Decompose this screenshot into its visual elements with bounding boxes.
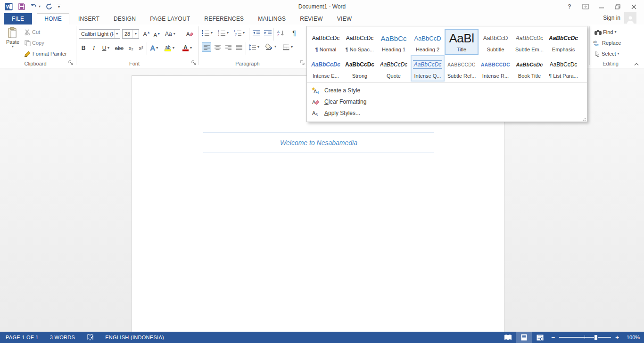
zoom-slider-thumb[interactable] (594, 335, 598, 340)
create-a-style-menu-item[interactable]: A4 Create a Style (307, 85, 587, 96)
numbering-button[interactable]: 123 ▾ (218, 28, 229, 38)
minimize-button[interactable] (597, 3, 606, 10)
tab-insert[interactable]: INSERT (71, 14, 107, 24)
style-item-intense-reference[interactable]: AABBCCDCIntense R... (479, 55, 512, 82)
ribbon-display-options-button[interactable] (581, 3, 590, 10)
apply-styles-menu-item[interactable]: A4 Apply Styles... (307, 107, 587, 119)
find-button[interactable]: Find▾ (594, 27, 616, 37)
tab-mailings[interactable]: MAILINGS (251, 14, 293, 24)
clear-formatting-menu-item[interactable]: A Clear Formatting (307, 96, 587, 107)
style-item-normal[interactable]: AaBbCcDc¶ Normal (309, 29, 343, 55)
multilevel-list-button[interactable]: 1ai ▾ (234, 28, 245, 38)
change-case-button[interactable]: Aa▾ (165, 29, 175, 39)
font-color-button[interactable]: A ▾ (182, 43, 192, 53)
style-item-heading-1[interactable]: AaBbCcHeading 1 (377, 29, 411, 55)
style-item-subtle-emphasis[interactable]: AaBbCcDcSubtle Em... (512, 29, 546, 55)
tab-references[interactable]: REFERENCES (197, 14, 251, 24)
replace-button[interactable]: abac Replace (593, 38, 621, 48)
restore-button[interactable] (613, 3, 622, 10)
align-center-button[interactable] (213, 42, 222, 52)
clipboard-dialog-launcher[interactable] (68, 60, 74, 66)
borders-icon (283, 44, 289, 50)
font-dialog-launcher[interactable] (191, 60, 197, 66)
justify-button[interactable] (234, 42, 244, 52)
language-indicator[interactable]: ENGLISH (INDONESIA) (99, 332, 170, 343)
tab-page-layout[interactable]: PAGE LAYOUT (143, 14, 197, 24)
subscript-button[interactable]: x₂ (126, 43, 136, 53)
multilevel-list-icon: 1ai (234, 30, 241, 36)
superscript-button[interactable]: x² (136, 43, 146, 53)
paste-dropdown-caret[interactable]: ▾ (12, 45, 14, 49)
format-painter-button[interactable]: Format Painter (25, 49, 67, 58)
bullets-icon (202, 30, 209, 36)
style-item-subtitle[interactable]: AaBbCcDSubtitle (479, 29, 512, 55)
bullets-button[interactable]: ▾ (202, 28, 213, 38)
shading-button[interactable]: ▾ (265, 42, 276, 51)
style-item-book-title[interactable]: AaBbCcDcBook Title (512, 55, 546, 82)
align-left-button[interactable] (202, 42, 211, 52)
bold-button[interactable]: B (79, 43, 88, 53)
style-item-quote[interactable]: AaBbCcDcQuote (377, 55, 411, 82)
zoom-slider[interactable] (559, 337, 611, 338)
read-mode-button[interactable] (500, 332, 516, 343)
style-item-emphasis[interactable]: AaBbCcDcEmphasis (546, 29, 580, 55)
find-dropdown-caret[interactable]: ▾ (614, 30, 616, 34)
paste-button[interactable]: Paste ▾ (4, 27, 22, 49)
show-hide-pilcrow-button[interactable]: ¶ (289, 28, 299, 38)
align-right-button[interactable] (223, 42, 233, 52)
increase-indent-button[interactable] (263, 28, 272, 38)
svg-text:A: A (312, 99, 316, 105)
borders-button[interactable]: ▾ (283, 42, 293, 52)
text-effects-button[interactable]: A▾ (150, 43, 158, 53)
clear-formatting-icon: A (312, 98, 320, 106)
line-spacing-button[interactable]: ▾ (248, 42, 259, 52)
sign-in-link[interactable]: Sign in (603, 15, 620, 21)
zoom-out-button[interactable]: − (548, 334, 558, 341)
grow-font-button[interactable]: A▲ (142, 29, 151, 39)
paragraph-dialog-launcher[interactable] (300, 60, 305, 66)
close-button[interactable] (629, 3, 638, 10)
select-button[interactable]: Select▾ (595, 49, 619, 58)
highlight-color-button[interactable]: ab ▾ (165, 43, 174, 53)
tab-view[interactable]: VIEW (330, 14, 359, 24)
cut-button[interactable]: Cut (25, 27, 40, 37)
copy-button[interactable]: Copy (25, 38, 44, 48)
word-count[interactable]: 3 WORDS (44, 332, 81, 343)
panel-resize-grip[interactable] (582, 117, 586, 121)
style-item-intense-quote[interactable]: AaBbCcDcIntense Q... (411, 55, 445, 82)
font-name-combo[interactable]: Calibri Light (H ▾ (79, 29, 120, 39)
italic-button[interactable]: I (89, 43, 99, 53)
style-item-intense-emphasis[interactable]: AaBbCcDcIntense E... (309, 55, 343, 82)
svg-text:ab: ab (593, 40, 597, 43)
tab-review[interactable]: REVIEW (293, 14, 330, 24)
font-size-dropdown-caret[interactable]: ▾ (132, 30, 139, 38)
page-indicator[interactable]: PAGE 1 OF 1 (0, 332, 44, 343)
style-item-no-spacing[interactable]: AaBbCcDc¶ No Spac... (343, 29, 377, 55)
font-name-dropdown-caret[interactable]: ▾ (114, 30, 120, 38)
zoom-level[interactable]: 100% (622, 335, 644, 340)
print-layout-button[interactable] (516, 332, 532, 343)
avatar[interactable] (624, 12, 636, 24)
strikethrough-button[interactable]: abe (113, 43, 125, 53)
web-layout-button[interactable] (532, 332, 548, 343)
style-item-list-paragraph[interactable]: AaBbCcDc¶ List Para... (546, 55, 580, 82)
style-item-strong[interactable]: AaBbCcDcStrong (343, 55, 377, 82)
select-dropdown-caret[interactable]: ▾ (618, 52, 619, 56)
font-size-combo[interactable]: 28 ▾ (122, 29, 139, 39)
proofing-status[interactable] (81, 332, 99, 343)
clear-formatting-button[interactable]: A (185, 29, 194, 39)
shrink-font-button[interactable]: A▼ (152, 30, 162, 40)
style-item-subtle-reference[interactable]: AABBCCDCSubtle Ref... (445, 55, 479, 82)
document-text[interactable]: Welcome to Nesabamedia (203, 132, 434, 153)
tab-file[interactable]: FILE (4, 13, 32, 24)
collapse-ribbon-button[interactable] (634, 62, 639, 66)
help-button[interactable]: ? (565, 3, 574, 10)
style-item-heading-2[interactable]: AaBbCcDHeading 2 (411, 29, 445, 55)
tab-home[interactable]: HOME (37, 13, 69, 24)
decrease-indent-button[interactable] (252, 28, 261, 38)
style-item-title[interactable]: AaBlTitle (445, 29, 479, 55)
sort-button[interactable]: AZ (276, 28, 286, 38)
zoom-in-button[interactable]: + (612, 334, 622, 341)
underline-dropdown-caret[interactable]: ▾ (107, 46, 109, 50)
tab-design[interactable]: DESIGN (107, 14, 143, 24)
